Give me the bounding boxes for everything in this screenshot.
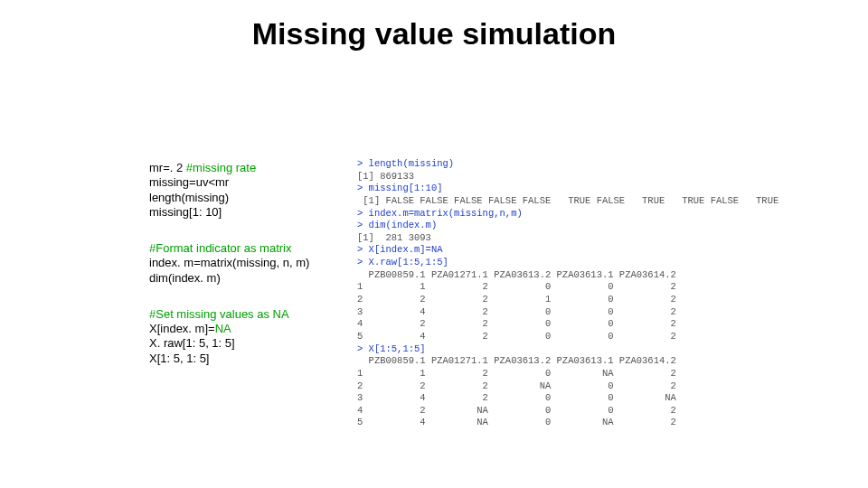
- na-keyword: NA: [215, 322, 231, 335]
- code-line: missing[1: 10]: [149, 205, 348, 220]
- console-line: > X[1:5,1:5]: [357, 343, 426, 354]
- console-line: 2 2 2 NA 0 2: [357, 380, 676, 391]
- console-line: PZB00859.1 PZA01271.1 PZA03613.2 PZA0361…: [357, 269, 676, 280]
- code-line: mr=. 2: [149, 161, 186, 174]
- page-title: Missing value simulation: [0, 16, 868, 52]
- code-line: dim(index. m): [149, 271, 348, 286]
- console-line: 5 4 NA 0 NA 2: [357, 417, 676, 427]
- code-comment: NA: [273, 307, 289, 321]
- code-line: X[1: 5, 1: 5]: [149, 352, 348, 366]
- console-line: > X.raw[1:5,1:5]: [357, 257, 448, 267]
- code-comment: #Set missing values as: [149, 307, 273, 321]
- console-output: > length(missing) [1] 869133 > missing[1…: [357, 158, 778, 429]
- console-line: > length(missing): [357, 158, 454, 169]
- console-line: 5 4 2 0 0 2: [357, 331, 676, 342]
- code-line: X[index. m]=: [149, 322, 215, 335]
- console-line: > missing[1:10]: [357, 183, 443, 193]
- console-line: [1] 869133: [357, 171, 414, 182]
- console-line: PZB00859.1 PZA01271.1 PZA03613.2 PZA0361…: [357, 355, 676, 366]
- code-line: index. m=matrix(missing, n, m): [149, 256, 348, 270]
- console-line: 2 2 2 1 0 2: [357, 294, 676, 305]
- console-line: > X[index.m]=NA: [357, 244, 443, 255]
- code-block-1: mr=. 2 #missing rate missing=uv<mr lengt…: [149, 161, 348, 220]
- console-line: 3 4 2 0 0 2: [357, 306, 676, 317]
- console-line: 3 4 2 0 0 NA: [357, 392, 676, 403]
- left-code-column: mr=. 2 #missing rate missing=uv<mr lengt…: [149, 161, 348, 388]
- code-line: length(missing): [149, 191, 348, 205]
- console-line: > index.m=matrix(missing,n,m): [357, 208, 523, 219]
- code-comment: #Format indicator as matrix: [149, 241, 348, 256]
- code-block-2: #Format indicator as matrix index. m=mat…: [149, 241, 348, 286]
- code-comment: #missing rate: [186, 161, 256, 174]
- console-line: 1 1 2 0 NA 2: [357, 368, 676, 379]
- console-line: 1 1 2 0 0 2: [357, 281, 676, 292]
- console-line: > dim(index.m): [357, 220, 437, 230]
- console-line: [1] 281 3093: [357, 232, 431, 243]
- code-line: X. raw[1: 5, 1: 5]: [149, 336, 348, 351]
- code-block-3: #Set missing values as NA X[index. m]=NA…: [149, 307, 348, 366]
- console-line: 4 2 NA 0 0 2: [357, 405, 676, 416]
- console-line: [1] FALSE FALSE FALSE FALSE FALSE TRUE F…: [357, 195, 778, 206]
- console-line: 4 2 2 0 0 2: [357, 318, 676, 329]
- code-line: missing=uv<mr: [149, 175, 348, 190]
